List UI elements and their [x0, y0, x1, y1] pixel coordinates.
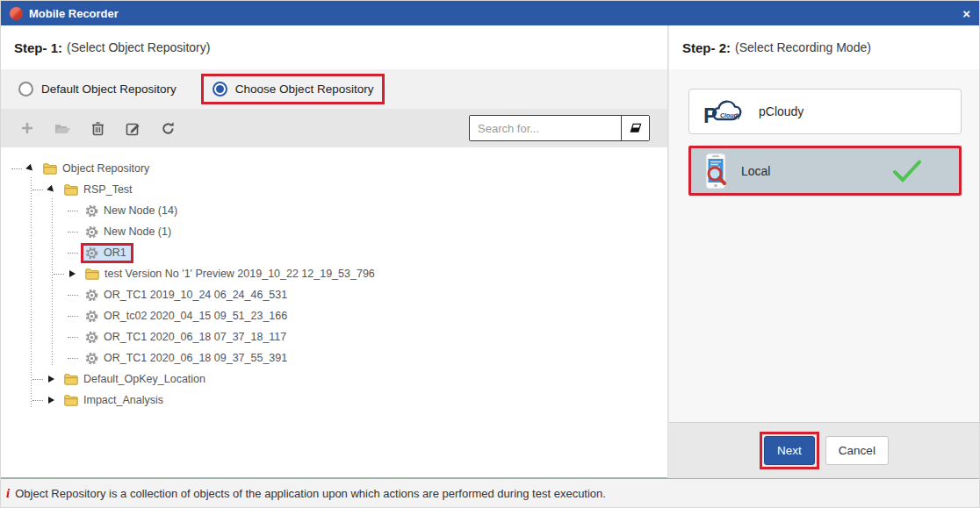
folder-icon [64, 184, 78, 196]
repository-toolbar [1, 109, 667, 147]
tree-expand-icon[interactable] [25, 163, 36, 175]
tree-node-body[interactable]: OR_tc02 2020_04_15 09_51_23_166 [81, 306, 294, 326]
tree-guide-line [31, 177, 32, 409]
mode-label: Local [741, 164, 770, 178]
tree-connector [54, 274, 64, 275]
mode-label: pCloudy [759, 104, 803, 118]
tree-node-body[interactable]: New Node (14) [81, 201, 184, 221]
tree-node[interactable]: test Version No '1' Preview 2019_10_22 1… [1, 263, 667, 284]
gear-icon [85, 352, 98, 365]
footer-text: Object Repository is a collection of obj… [15, 487, 606, 500]
next-button-highlight: Next [760, 432, 819, 469]
edit-icon[interactable] [124, 119, 141, 137]
radio-label: Choose Object Repository [235, 82, 374, 96]
tree-node-body[interactable]: RSP_Test [60, 180, 140, 199]
tree-connector [68, 295, 78, 296]
gear-icon [85, 331, 98, 344]
step2-button-bar: Next Cancel [669, 422, 979, 478]
tree-connector [68, 253, 78, 254]
tree-node-label: OR_TC1 2020_06_18 07_37_18_117 [104, 331, 286, 343]
radio-unchecked-icon[interactable] [18, 82, 33, 97]
step1-subtitle: (Select Object Repository) [67, 40, 210, 54]
step2-header: Step- 2: (Select Recording Mode) [669, 25, 979, 69]
tree-connector [68, 358, 78, 359]
tree-expand-icon[interactable] [46, 395, 57, 406]
radio-checked-icon[interactable] [213, 82, 227, 97]
gear-icon [85, 310, 98, 323]
tree-expand-icon[interactable] [67, 268, 78, 280]
window-title: Mobile Recorder [29, 7, 119, 20]
mobile-recorder-dialog: Mobile Recorder × Step- 1: (Select Objec… [0, 0, 980, 508]
tree-node-body[interactable]: Object Repository [39, 159, 156, 178]
radio-default-object-repository[interactable]: Default Object Repository [18, 82, 177, 97]
tree-node-label: New Node (1) [104, 225, 171, 238]
recording-mode-list: P Cloudy pCloudy [669, 69, 979, 422]
titlebar: Mobile Recorder × [1, 1, 979, 25]
gear-icon [85, 247, 98, 260]
step1-panel: Step- 1: (Select Object Repository) Defa… [1, 25, 668, 478]
eraser-icon[interactable] [621, 116, 649, 140]
tree-node-label: RSP_Test [83, 183, 133, 196]
tree-connector [68, 232, 78, 233]
tree-connector [32, 379, 43, 380]
tree-node-label: Default_OpKey_Location [83, 373, 205, 385]
check-icon [892, 160, 922, 182]
tree-expand-icon[interactable] [46, 184, 57, 196]
tree-node-label: OR_TC1 2019_10_24 06_24_46_531 [104, 289, 287, 301]
tree-node[interactable]: Default_OpKey_Location [1, 368, 667, 390]
delete-icon[interactable] [89, 119, 106, 137]
svg-text:Cloudy: Cloudy [720, 112, 742, 119]
info-icon: i [6, 486, 10, 501]
tree-node-body[interactable]: OR_TC1 2020_06_18 07_37_18_117 [81, 327, 293, 347]
tree-node-label: OR_TC1 2020_06_18 09_37_55_391 [104, 352, 287, 364]
mode-card-pcloudy[interactable]: P Cloudy pCloudy [688, 89, 962, 134]
folder-icon [64, 395, 78, 406]
tree-expand-icon[interactable] [46, 374, 57, 385]
next-button[interactable]: Next [764, 436, 815, 465]
folder-icon [85, 268, 99, 280]
app-logo-icon [10, 7, 23, 20]
tree-node[interactable]: OR_TC1 2020_06_18 09_37_55_391 [1, 347, 667, 368]
tree-node[interactable]: OR_TC1 2020_06_18 07_37_18_117 [1, 326, 667, 347]
tree-node-body[interactable]: test Version No '1' Preview 2019_10_22 1… [81, 264, 382, 283]
tree-node[interactable]: OR_tc02 2020_04_15 09_51_23_166 [1, 305, 667, 326]
tree-node[interactable]: OR_TC1 2019_10_24 06_24_46_531 [1, 284, 667, 305]
radio-label: Default Object Repository [41, 82, 177, 96]
tree-node-body[interactable]: OR_TC1 2020_06_18 09_37_55_391 [81, 348, 294, 368]
tree-node-label: test Version No '1' Preview 2019_10_22 1… [104, 268, 375, 280]
refresh-icon[interactable] [159, 119, 177, 137]
tree-node[interactable]: Object Repository [1, 158, 667, 179]
tree-connector [32, 400, 43, 401]
gear-icon [85, 204, 98, 218]
step2-subtitle: (Select Recording Mode) [735, 40, 871, 54]
tree-node-body[interactable]: Impact_Analysis [60, 390, 170, 410]
tree-node[interactable]: New Node (1) [1, 221, 667, 242]
step1-header: Step- 1: (Select Object Repository) [1, 25, 667, 69]
add-icon[interactable] [18, 119, 36, 137]
folder-icon [64, 374, 78, 385]
pcloudy-logo-icon: P Cloudy [702, 96, 747, 127]
tree-node[interactable]: OR1 [1, 242, 667, 263]
tree-node[interactable]: RSP_Test [1, 179, 667, 200]
step1-title: Step- 1: [14, 40, 62, 55]
tree-node-body[interactable]: OR1 [81, 243, 133, 263]
radio-choose-object-repository[interactable]: Choose Object Repository [213, 82, 374, 97]
tree-node-body[interactable]: Default_OpKey_Location [60, 369, 213, 389]
search-input[interactable] [470, 116, 621, 140]
tree-node[interactable]: New Node (14) [1, 200, 667, 221]
mode-card-local[interactable]: Local [688, 146, 962, 196]
gear-icon [85, 289, 98, 302]
tree-node-body[interactable]: New Node (1) [81, 222, 178, 242]
tree-node-label: OR_tc02 2020_04_15 09_51_23_166 [104, 310, 287, 322]
tree-node-label: New Node (14) [104, 204, 177, 217]
close-icon[interactable]: × [962, 7, 970, 20]
tree-node-label: OR1 [104, 247, 126, 259]
cancel-button[interactable]: Cancel [825, 436, 889, 465]
tree-connector [11, 168, 22, 169]
tree-node[interactable]: Impact_Analysis [1, 390, 667, 411]
tree-node-body[interactable]: OR_TC1 2019_10_24 06_24_46_531 [81, 285, 294, 305]
tree-guide-line [52, 198, 53, 367]
tree-connector [68, 337, 78, 338]
open-folder-icon[interactable] [54, 119, 71, 137]
local-device-icon [703, 153, 730, 190]
